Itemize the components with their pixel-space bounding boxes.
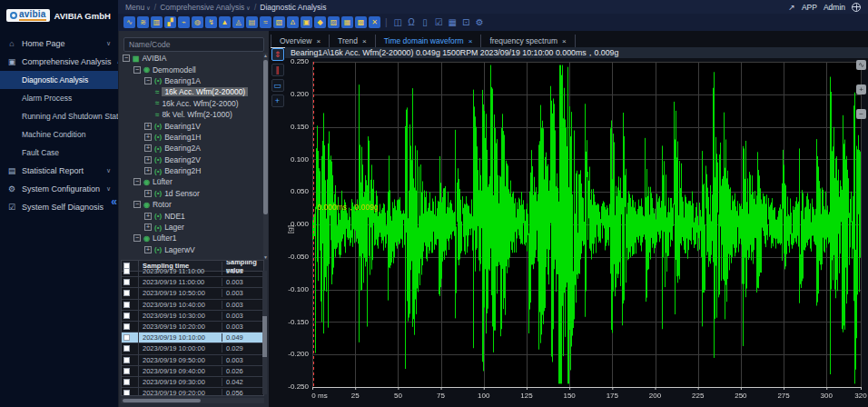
sidebar-item-system-self-diagnosis[interactable]: ☑System Self Diagnosis — [0, 198, 118, 216]
waveform-chart[interactable] — [285, 58, 868, 407]
table-scrollbar[interactable] — [262, 271, 267, 394]
table-row[interactable]: 2023/09/19 09:20:000.056 — [122, 388, 263, 396]
pulse-icon[interactable]: ⌁ — [178, 16, 190, 28]
thermo-icon[interactable]: ▲ — [219, 16, 231, 28]
table-row[interactable]: 2023/09/19 10:30:000.003 — [122, 311, 263, 322]
tree-node-avibia[interactable]: −▦AVIBIA — [119, 53, 264, 64]
tree-node-bearing2h[interactable]: +(•)Bearing2H — [119, 165, 264, 176]
collapse-node-icon[interactable]: − — [133, 178, 141, 185]
expand-node-icon[interactable]: + — [144, 246, 152, 253]
collapse-node-icon[interactable]: − — [144, 77, 152, 84]
collapse-node-icon[interactable]: − — [123, 55, 130, 62]
expand-node-icon[interactable]: + — [144, 213, 152, 220]
expand-node-icon[interactable]: + — [144, 123, 152, 130]
tree-node-lager[interactable]: +(•)Lager — [119, 222, 264, 233]
sidebar-item-home-page[interactable]: ⌂Home Page∨ — [0, 35, 118, 53]
table-row[interactable]: 2023/09/19 10:20:000.003 — [122, 322, 263, 333]
scroll-up-icon[interactable]: ▲ — [263, 53, 268, 58]
row-checkbox[interactable] — [123, 379, 130, 385]
sidebar-item-comprehensive-analysis[interactable]: ▣Comprehensive Analysis∧ — [0, 53, 118, 71]
sidebar-item-fault-case[interactable]: Fault Case — [0, 144, 118, 162]
tree-node-bearing2v[interactable]: +(•)Bearing2V — [119, 154, 264, 165]
tree-node-bearing1a[interactable]: −(•)Bearing1A — [119, 75, 264, 86]
row-checkbox[interactable] — [123, 313, 130, 319]
single-cursor-button[interactable]: ⇕ — [271, 48, 284, 61]
breadcrumb-item[interactable]: Menu ∨ — [125, 3, 151, 12]
app-menu-button[interactable]: APP — [802, 3, 817, 12]
sidebar-item-diagnostic-analysis[interactable]: Diagnostic Analysis — [0, 71, 118, 89]
time-waveform-icon[interactable]: ∿ — [123, 16, 135, 28]
expand-node-icon[interactable]: + — [144, 144, 152, 152]
pan-button[interactable]: + — [271, 94, 284, 107]
row-checkbox[interactable] — [123, 323, 130, 330]
close-tab-icon[interactable]: × — [469, 37, 473, 45]
sidebar-collapse-icon[interactable]: « — [111, 195, 117, 208]
row-checkbox[interactable] — [123, 390, 130, 396]
breadcrumb-item[interactable]: Comprehensive Analysis ∨ — [160, 3, 251, 12]
zoom-out-button[interactable]: − — [856, 109, 866, 119]
row-checkbox[interactable] — [123, 268, 130, 274]
band-select-button[interactable]: ▭ — [271, 79, 284, 92]
cascade-icon[interactable]: ▧ — [273, 16, 285, 28]
expand-node-icon[interactable]: + — [144, 190, 152, 197]
tree-node-nde1[interactable]: +(•)NDE1 — [119, 210, 264, 221]
sidebar-item-statistical-report[interactable]: ▤Statistical Report∨ — [0, 162, 118, 180]
archive-box-icon[interactable]: ▯ — [419, 16, 431, 28]
alarm-bell-icon[interactable]: Ω — [406, 16, 418, 28]
tree-node-16k-acc-wfm-2-20000-[interactable]: ≈16k Acc. Wfm(2-20000) — [119, 86, 264, 97]
double-cursor-button[interactable]: ∥ — [271, 64, 284, 76]
settings-gear-icon[interactable]: ⚙ — [474, 16, 486, 28]
row-checkbox[interactable] — [123, 334, 130, 341]
orbit-icon[interactable]: ◍ — [192, 16, 203, 28]
search-input[interactable] — [123, 37, 264, 52]
stats-panel-icon[interactable]: ◫ — [392, 16, 404, 28]
close-tab-icon[interactable]: × — [562, 37, 567, 45]
cross-phase-icon[interactable]: ▣ — [301, 16, 312, 28]
sidebar-item-machine-condition[interactable]: Machine Condition — [0, 125, 118, 144]
table-row[interactable]: 2023/09/19 10:00:000.029 — [122, 343, 263, 354]
spectrum-icon[interactable]: ▞ — [164, 16, 176, 28]
tree-node-lagerwv[interactable]: +(•)LagerwV — [119, 244, 264, 255]
table-row[interactable]: 2023/09/19 11:10:000.003 — [122, 266, 263, 277]
user-menu-button[interactable]: Admin — [824, 3, 845, 12]
restore-zoom-button[interactable]: ∿ — [856, 60, 866, 70]
row-checkbox[interactable] — [123, 368, 130, 374]
bode-plot-icon[interactable]: Δ — [287, 16, 299, 28]
tree-node-l-fter[interactable]: −◉Lüfter — [119, 176, 264, 187]
tree-node-bearing1v[interactable]: +(•)Bearing1V — [119, 120, 264, 131]
tree-node-1d-sensor[interactable]: +(•)1d Sensor — [119, 188, 264, 199]
collapse-node-icon[interactable]: − — [133, 66, 141, 74]
expand-node-icon[interactable]: + — [144, 156, 152, 164]
sidebar-item-system-configuration[interactable]: ⚙System Configuration∨ — [0, 180, 118, 198]
language-globe-icon[interactable] — [852, 3, 861, 12]
row-checkbox[interactable] — [123, 290, 130, 296]
table-row[interactable]: 2023/09/19 09:30:000.042 — [122, 377, 263, 388]
table-row[interactable]: 2023/09/19 11:00:000.003 — [122, 277, 263, 288]
monitor-icon[interactable]: ⊡ — [460, 16, 472, 28]
row-checkbox[interactable] — [123, 345, 130, 352]
tab-time-domain-waveform[interactable]: Time domain waveform× — [376, 35, 482, 47]
tree-node-8k-vel-wfm-2-1000-[interactable]: ≈8k Vel. Wfm(2-1000) — [119, 109, 264, 120]
table-row[interactable]: 2023/09/19 10:40:000.003 — [122, 300, 263, 311]
row-checkbox[interactable] — [123, 279, 130, 285]
shaft-centerline-icon[interactable]: ▨ — [328, 16, 340, 28]
tree-node-l-fter1[interactable]: −◉Lüfter1 — [119, 233, 264, 243]
grid-view-icon[interactable]: ▩ — [355, 16, 367, 28]
tree-node-bearing2a[interactable]: +(•)Bearing2A — [119, 143, 264, 154]
breadcrumb-item[interactable]: Diagnostic Analysis — [260, 3, 326, 12]
sidebar-item-running-and-shutdown-status[interactable]: Running And Shutdown Status — [0, 107, 118, 125]
row-checkbox[interactable] — [123, 357, 130, 363]
sidebar-item-alarm-process[interactable]: Alarm Process — [0, 89, 118, 107]
table-row[interactable]: 2023/09/19 09:40:000.026 — [122, 366, 263, 377]
polar-plot-icon[interactable]: ◬ — [232, 16, 244, 28]
tree-node-demomodell[interactable]: −◉Demomodell — [119, 64, 264, 74]
expand-node-icon[interactable]: + — [144, 223, 152, 231]
table-hscrollbar[interactable] — [121, 398, 264, 403]
table-row[interactable]: 2023/09/19 10:50:000.003 — [122, 288, 263, 299]
matrix-view-icon[interactable]: ▦ — [341, 16, 353, 28]
expand-node-icon[interactable]: + — [144, 167, 152, 174]
tab-overview[interactable]: Overview× — [271, 35, 330, 47]
nyquist-icon[interactable]: ◆ — [314, 16, 326, 28]
building-icon[interactable]: ▦ — [447, 16, 459, 28]
collapse-node-icon[interactable]: − — [133, 201, 141, 208]
